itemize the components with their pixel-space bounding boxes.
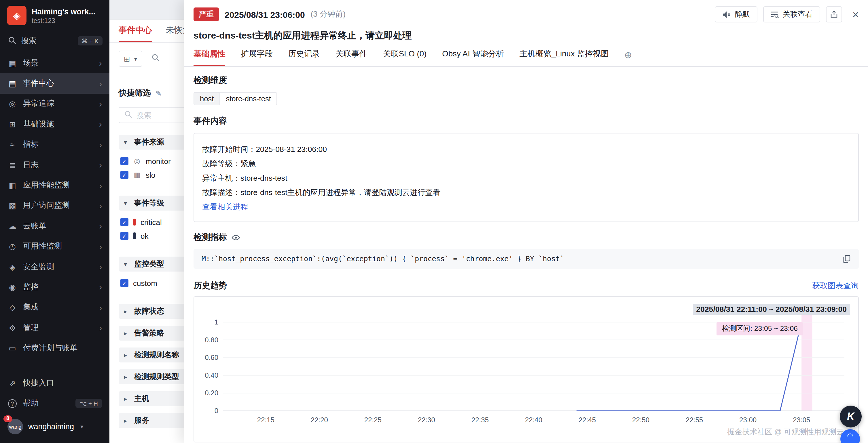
drawer-tab[interactable]: 主机概览_Linux 监控视图	[520, 43, 609, 66]
help-icon: ?	[7, 399, 17, 408]
sidebar-item-scenes[interactable]: ▦场景›	[0, 53, 110, 73]
panel-tab[interactable]: 事件中心	[119, 20, 152, 42]
workspace-subtitle: test:123	[32, 17, 95, 24]
content-line: 故障开始时间：2025-08-31 23:06:00	[202, 142, 850, 157]
sidebar-search-label: 搜索	[21, 36, 36, 46]
sidebar-item-error-tracking[interactable]: ◎异常追踪›	[0, 94, 110, 114]
sidebar-item-cloud-billing[interactable]: ☁云账单›	[0, 216, 110, 236]
filter-option-label: slo	[146, 171, 155, 179]
juejin-fab[interactable]: K	[840, 406, 862, 428]
chevron-right-icon: ▸	[124, 373, 130, 381]
filter-group-label: 检测规则类型	[134, 372, 179, 382]
svg-text:0: 0	[215, 407, 218, 414]
workspace-logo-icon: ◈	[7, 6, 27, 25]
chart-query-link[interactable]: 获取图表查询	[812, 280, 859, 291]
sidebar-item-management[interactable]: ⚙管理›	[0, 317, 110, 338]
search-icon	[152, 54, 159, 64]
drawer-tab[interactable]: Obsy AI 智能分析	[442, 43, 504, 66]
svg-text:22:50: 22:50	[632, 416, 649, 424]
eye-icon[interactable]	[231, 234, 240, 240]
sidebar-item-monitoring[interactable]: ◉监控›	[0, 277, 110, 298]
chevron-right-icon: ›	[99, 140, 102, 149]
checkbox-checked-icon[interactable]: ✓	[120, 157, 128, 165]
chevron-right-icon: ▸	[124, 329, 130, 337]
sidebar-item-infrastructure[interactable]: ⊞基础设施›	[0, 114, 110, 134]
edit-pencil-icon[interactable]: ✎	[156, 89, 162, 98]
shortcut-badge: ⌥ + H	[76, 399, 102, 408]
add-tab-button[interactable]: ⊕	[624, 43, 632, 66]
svg-text:22:45: 22:45	[579, 416, 596, 424]
chevron-down-icon: ▾	[134, 56, 137, 62]
chevron-right-icon: ›	[99, 59, 102, 67]
user-menu[interactable]: wang 8 wanghaiming ▾	[0, 414, 110, 441]
monitoring-icon: ◉	[7, 282, 17, 292]
svg-text:0.20: 0.20	[205, 389, 218, 397]
chevron-down-icon: ▾	[124, 260, 130, 268]
cloud-billing-icon: ☁	[7, 222, 17, 231]
copy-icon[interactable]	[843, 255, 851, 263]
integrations-icon: ◇	[7, 303, 17, 312]
sidebar-item-security[interactable]: ◈安全监测›	[0, 257, 110, 277]
sidebar-footer: ⇗快捷入口?帮助⌥ + H wang 8 wanghaiming ▾	[0, 373, 110, 443]
time-range-label: 2025/08/31 22:11:00 ~ 2025/08/31 23:09:0…	[693, 304, 850, 315]
svg-text:22:55: 22:55	[686, 416, 703, 424]
search-icon	[7, 36, 17, 46]
svg-text:23:05: 23:05	[793, 416, 810, 424]
trend-chart[interactable]: 2025/08/31 22:11:00 ~ 2025/08/31 23:09:0…	[193, 296, 859, 442]
filter-option-label: monitor	[146, 157, 171, 165]
drawer-tab[interactable]: 关联事件	[336, 43, 367, 66]
close-icon[interactable]: ×	[852, 9, 859, 20]
chevron-right-icon: ›	[99, 323, 102, 332]
checkbox-checked-icon[interactable]: ✓	[120, 218, 128, 226]
management-icon: ⚙	[7, 323, 17, 333]
dimension-tag[interactable]: hoststore-dns-test	[193, 92, 277, 105]
sidebar-item-logs[interactable]: ≣日志›	[0, 155, 110, 175]
checkbox-checked-icon[interactable]: ✓	[120, 279, 128, 287]
sidebar-item-metrics[interactable]: ≈指标›	[0, 134, 110, 155]
sidebar-item-event-center[interactable]: ▤事件中心›	[0, 73, 110, 94]
sidebar-item-rum[interactable]: ▩用户访问监测›	[0, 195, 110, 216]
chevron-down-icon: ▾	[80, 423, 83, 430]
filter-group-label: 监控类型	[134, 259, 164, 269]
chevron-right-icon: ›	[99, 283, 102, 292]
svg-text:22:40: 22:40	[525, 416, 542, 424]
speaker-muted-icon	[722, 11, 731, 18]
sidebar-search[interactable]: 搜索 ⌘ + K	[0, 31, 110, 50]
user-name: wanghaiming	[28, 422, 74, 431]
related-view-button[interactable]: 关联查看	[763, 6, 820, 23]
metrics-icon: ≈	[7, 140, 17, 149]
sidebar-item-billing-plan[interactable]: ▭付费计划与账单	[0, 338, 110, 359]
sidebar-item-availability[interactable]: ◷可用性监测›	[0, 236, 110, 257]
chevron-right-icon: ▸	[124, 308, 130, 315]
search-icon	[124, 110, 132, 120]
chevron-right-icon: ›	[99, 262, 102, 271]
checkbox-checked-icon[interactable]: ✓	[120, 232, 128, 240]
sidebar-item-help[interactable]: ?帮助⌥ + H	[0, 393, 110, 414]
svg-text:22:20: 22:20	[311, 416, 328, 424]
sidebar-item-apm[interactable]: ◧应用性能监测›	[0, 175, 110, 196]
chevron-right-icon: ›	[99, 242, 102, 250]
sidebar-item-integrations[interactable]: ◇集成›	[0, 297, 110, 317]
mute-button[interactable]: 静默	[715, 6, 757, 23]
monitor-source-icon: ◎	[133, 157, 141, 165]
drawer-tab[interactable]: 历史记录	[288, 43, 320, 66]
logs-icon: ≣	[7, 160, 17, 169]
share-button[interactable]	[826, 6, 842, 23]
svg-text:0.80: 0.80	[205, 336, 218, 344]
svg-text:22:25: 22:25	[364, 416, 381, 424]
drawer-tab[interactable]: 基础属性	[193, 43, 225, 66]
workspace-switcher[interactable]: ◈ Haiming's work... test:123	[0, 0, 110, 30]
watermark: 掘金技术社区 @ 可观测性用观测云	[727, 427, 844, 437]
chevron-right-icon: ›	[99, 303, 102, 312]
chevron-right-icon: ›	[99, 120, 102, 129]
drawer-tab[interactable]: 扩展字段	[241, 43, 273, 66]
view-process-link[interactable]: 查看相关进程	[202, 200, 248, 214]
content-line: 故障描述：store-dns-test主机的应用进程异常，请登陆观测云进行查看	[202, 185, 850, 200]
drawer-tab[interactable]: 关联SLO (0)	[383, 43, 427, 66]
checkbox-checked-icon[interactable]: ✓	[120, 171, 128, 179]
filter-group-label: 故障状态	[134, 306, 164, 316]
view-mode-select[interactable]: ⊞ ▾	[119, 50, 142, 67]
sidebar-item-quick-entry[interactable]: ⇗快捷入口	[0, 373, 110, 393]
tag-key: host	[194, 93, 220, 105]
scenes-icon: ▦	[7, 58, 17, 68]
